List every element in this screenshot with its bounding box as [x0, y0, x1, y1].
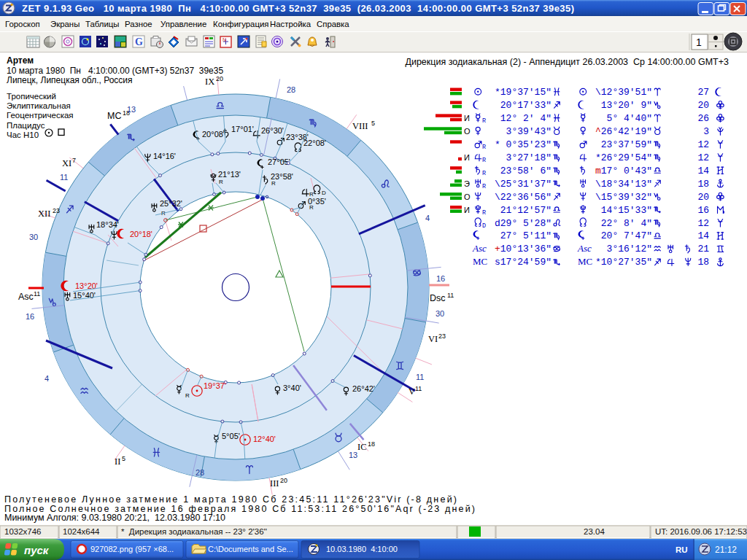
svg-text:23°58' 6": 23°58' 6"	[500, 166, 551, 176]
svg-text:R: R	[482, 117, 486, 125]
svg-text:21:12: 21:12	[715, 545, 737, 555]
svg-text:Конфигурация: Конфигурация	[213, 20, 268, 28]
svg-text:D: D	[482, 222, 486, 230]
svg-text:Геоцентрическая: Геоцентрическая	[7, 111, 74, 120]
svg-text:II: II	[115, 456, 120, 467]
svg-text:14: 14	[697, 230, 709, 241]
svg-text:Дирекция зодиакальная (2) - Ап: Дирекция зодиакальная (2) - Аппендицит 2…	[405, 57, 729, 67]
svg-text:* Дирекция зодиакальная -- 23: * Дирекция зодиакальная -- 23° 2'36''	[121, 527, 267, 536]
svg-text:Эклиптикальная: Эклиптикальная	[7, 101, 71, 110]
svg-text:R: R	[271, 180, 276, 187]
svg-text:пуск: пуск	[24, 544, 50, 556]
svg-text:18°34': 18°34'	[96, 220, 119, 229]
svg-text:IX: IX	[205, 77, 214, 87]
svg-text:*26°29'54": *26°29'54"	[595, 152, 652, 163]
svg-text:\22°36'56": \22°36'56"	[495, 192, 551, 203]
svg-text:23: 23	[53, 207, 60, 214]
svg-text:30: 30	[29, 233, 38, 241]
svg-text:27° 5'11": 27° 5'11"	[500, 230, 551, 241]
svg-text:20: 20	[280, 477, 287, 484]
svg-text:25°32': 25°32'	[160, 199, 182, 208]
svg-text:+10°13'36": +10°13'36"	[495, 244, 551, 254]
svg-text:13°20' 9": 13°20' 9"	[601, 100, 652, 111]
svg-text:16: 16	[26, 312, 34, 321]
svg-text:* 0°35'23": * 0°35'23"	[495, 139, 551, 150]
svg-text:10.03.1980 4:10:00: 10.03.1980 4:10:00	[326, 545, 398, 553]
svg-text:3°16'12": 3°16'12"	[601, 244, 652, 254]
svg-text:5: 5	[371, 120, 375, 127]
svg-text:d29° 5'28": d29° 5'28"	[495, 218, 551, 229]
svg-text:5: 5	[122, 455, 125, 462]
svg-text:5°05': 5°05'	[222, 432, 240, 440]
svg-text:4: 4	[425, 214, 430, 222]
svg-text:20°08': 20°08'	[202, 130, 225, 139]
svg-text:G: G	[135, 36, 143, 47]
svg-text:22° 8' 4": 22° 8' 4"	[601, 218, 652, 229]
svg-text:D: D	[322, 190, 326, 196]
svg-text:16: 16	[436, 274, 445, 283]
svg-text:23°37'59": 23°37'59"	[601, 139, 652, 150]
svg-text:RU: RU	[676, 545, 688, 554]
svg-text:3°40': 3°40'	[283, 384, 301, 392]
svg-text:21°12'57": 21°12'57"	[500, 205, 551, 216]
svg-text:R: R	[219, 179, 223, 185]
svg-text:27: 27	[697, 87, 709, 98]
svg-text:3°27'18": 3°27'18"	[500, 152, 551, 163]
svg-text:3°39'43": 3°39'43"	[500, 126, 551, 137]
svg-text:Час H10: Час H10	[7, 131, 39, 139]
svg-text:R: R	[482, 170, 486, 177]
svg-text:Гороскоп: Гороскоп	[5, 20, 40, 28]
svg-text:m17° 0'43": m17° 0'43"	[595, 166, 652, 176]
svg-text:R: R	[482, 157, 486, 164]
svg-text:Экраны: Экраны	[50, 20, 80, 28]
svg-text:Настройка: Настройка	[270, 20, 311, 28]
svg-text:s17°24'59": s17°24'59"	[495, 257, 551, 268]
svg-text:23: 23	[438, 332, 446, 340]
svg-text:*10°27'35": *10°27'35"	[595, 257, 652, 268]
svg-text:UT: 2016.09.06 17:12:53: UT: 2016.09.06 17:12:53	[655, 527, 747, 536]
svg-text:Asc: Asc	[18, 292, 34, 302]
svg-text:12: 12	[697, 139, 709, 150]
svg-text:Справка: Справка	[317, 20, 349, 28]
svg-text:Липецк, Липецкая обл., Россия: Липецк, Липецкая обл., Россия	[7, 75, 133, 85]
svg-text:И: И	[464, 153, 470, 162]
svg-text:18: 18	[368, 440, 375, 448]
svg-text:Тропический: Тропический	[7, 92, 56, 101]
svg-text:22°08': 22°08'	[303, 139, 326, 147]
svg-text:Плацидус: Плацидус	[7, 121, 45, 130]
svg-text:11: 11	[60, 173, 68, 182]
svg-text:11: 11	[34, 290, 40, 298]
svg-text:28: 28	[196, 468, 204, 477]
svg-text:7: 7	[72, 157, 76, 164]
svg-text:17°01': 17°01'	[231, 125, 254, 133]
svg-text:18: 18	[697, 257, 709, 268]
svg-text:12° 2' 4": 12° 2' 4"	[500, 113, 551, 124]
svg-text:4: 4	[44, 374, 49, 383]
svg-text:23.04: 23.04	[584, 527, 605, 536]
svg-text:XI: XI	[62, 158, 71, 168]
svg-text:\15°39'32": \15°39'32"	[595, 192, 652, 203]
svg-text:VIII: VIII	[352, 121, 368, 131]
svg-text:13: 13	[349, 451, 357, 459]
svg-text:14: 14	[697, 166, 709, 176]
svg-text:927082.png (957 ×68...: 927082.png (957 ×68...	[90, 545, 174, 553]
svg-text:21: 21	[697, 244, 709, 254]
svg-text:20°18': 20°18'	[130, 230, 152, 238]
svg-text:11: 11	[415, 385, 422, 392]
svg-text:14°16': 14°16'	[153, 152, 176, 160]
svg-text:1032x746: 1032x746	[4, 527, 42, 536]
svg-text:О: О	[464, 127, 471, 136]
svg-text:R: R	[309, 204, 314, 211]
svg-text:27°05': 27°05'	[268, 158, 290, 166]
svg-text:28: 28	[287, 85, 295, 94]
svg-text:И: И	[464, 114, 470, 122]
svg-text:R: R	[482, 183, 486, 190]
svg-text:\25°31'37": \25°31'37"	[495, 179, 551, 190]
svg-text:10 марта 1980 Пн 4:10:00.00: 10 марта 1980 Пн 4:10:00.00 (GMT+3) 52n3…	[7, 66, 223, 76]
svg-text:11: 11	[447, 292, 454, 299]
svg-text:*19°37'15": *19°37'15"	[495, 87, 551, 98]
svg-text:\18°34'13": \18°34'13"	[595, 179, 652, 190]
svg-text:VI: VI	[428, 334, 438, 344]
svg-text:20° 7'47": 20° 7'47"	[601, 230, 652, 241]
svg-text:О: О	[464, 192, 471, 201]
